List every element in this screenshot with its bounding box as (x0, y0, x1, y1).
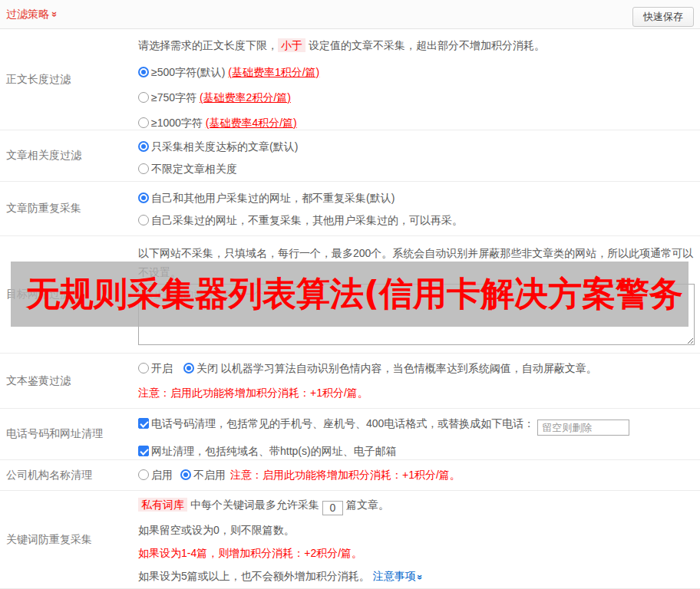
company-option-enable[interactable]: 启用 (138, 469, 173, 482)
less-than-highlight: 小于 (278, 38, 305, 52)
radio-icon[interactable] (138, 363, 149, 373)
keyword-note-zero: 如果留空或设为0，则不限篇数。 (138, 522, 695, 538)
porn-filter-cost-note: 注意：启用此功能将增加积分消耗：+1积分/篇。 (138, 386, 695, 400)
watermark-text: 无规则采集器列表算法(信用卡解决方案警务 (26, 271, 683, 317)
radio-icon[interactable] (138, 67, 149, 77)
fee-note: (基础费率1积分/篇) (228, 66, 319, 78)
radio-icon[interactable] (138, 215, 149, 225)
url-cleanup-option[interactable]: 网址清理，包括纯域名、带http(s)的网址、电子邮箱 (138, 443, 695, 459)
replacement-phone-input[interactable] (537, 420, 629, 436)
radio-icon[interactable] (180, 469, 191, 480)
row-label: 关键词防重复采集 (0, 491, 138, 588)
row-phone-url-cleanup: 电话号码和网址清理 电话号码清理，包括常见的手机号、座机号、400电话格式，或替… (0, 409, 700, 460)
checkbox-icon[interactable] (138, 418, 149, 429)
radio-icon[interactable] (138, 141, 149, 152)
length-option-750[interactable]: ≥750字符 (基础费率2积分/篇) (138, 90, 695, 105)
top-bar: 过滤策略 快速保存 (0, 0, 700, 29)
radio-icon[interactable] (138, 469, 149, 480)
row-porn-text-filter: 文本鉴黄过滤 开启 关闭 以机器学习算法自动识别色情内容，当色情概率达到系统阈值… (0, 354, 700, 409)
row-body: 只采集相关度达标的文章(默认) 不限定文章相关度 (138, 130, 700, 181)
company-cost-note: 注意：启用此功能将增加积分消耗：+1积分/篇。 (230, 469, 461, 482)
dedup-option-all-users[interactable]: 自己和其他用户采集过的网址，都不重复采集(默认) (138, 191, 695, 206)
page-title[interactable]: 过滤策略 (6, 8, 58, 21)
length-option-1000[interactable]: ≥1000字符 (基础费率4积分/篇) (138, 116, 695, 130)
page-title-text: 过滤策略 (6, 8, 49, 20)
keyword-note-five: 如果设为5篇或以上，也不会额外增加积分消耗。 注意事项 (138, 568, 695, 585)
relevance-option-unlimited[interactable]: 不限定文章相关度 (138, 162, 695, 176)
phone-cleanup-option[interactable]: 电话号码清理，包括常见的手机号、座机号、400电话格式，或替换成如下电话： (138, 415, 695, 436)
row-body: 请选择需求的正文长度下限，小于 设定值的文章不采集，超出部分不增加积分消耗。 ≥… (138, 29, 700, 130)
row-label: 正文长度过滤 (0, 29, 138, 130)
row-relevance-filter: 文章相关度过滤 只采集相关度达标的文章(默认) 不限定文章相关度 (0, 130, 700, 182)
porn-filter-desc: 以机器学习算法自动识别色情内容，当色情概率达到系统阈值，自动屏蔽文章。 (221, 362, 597, 374)
filter-strategy-page: 过滤策略 快速保存 正文长度过滤 请选择需求的正文长度下限，小于 设定值的文章不… (0, 0, 700, 589)
private-thesaurus-tag: 私有词库 (138, 498, 187, 512)
keyword-limit-line: 私有词库 中每个关键词最多允许采集篇文章。 (138, 497, 695, 515)
quick-save-button[interactable]: 快速保存 (632, 7, 694, 27)
row-company-name-cleanup: 公司机构名称清理 启用 不启用 注意：启用此功能将增加积分消耗：+1积分/篇。 (0, 460, 700, 491)
row-body: 开启 关闭 以机器学习算法自动识别色情内容，当色情概率达到系统阈值，自动屏蔽文章… (138, 354, 700, 408)
company-option-disable[interactable]: 不启用 (180, 469, 226, 482)
row-keyword-dedup: 关键词防重复采集 私有词库 中每个关键词最多允许采集篇文章。 如果留空或设为0，… (0, 491, 700, 589)
row-body: 启用 不启用 注意：启用此功能将增加积分消耗：+1积分/篇。 (138, 460, 700, 490)
row-label: 文本鉴黄过滤 (0, 354, 138, 408)
max-articles-input[interactable] (322, 501, 343, 515)
row-body: 自己和其他用户采集过的网址，都不重复采集(默认) 自己采集过的网址，不重复采集，… (138, 182, 700, 235)
chevron-down-icon (411, 574, 428, 580)
row-label: 文章相关度过滤 (0, 130, 138, 181)
radio-icon[interactable] (138, 92, 149, 103)
porn-option-on[interactable]: 开启 (138, 362, 173, 374)
row-dedup-collect: 文章防重复采集 自己和其他用户采集过的网址，都不重复采集(默认) 自己采集过的网… (0, 182, 700, 236)
radio-icon[interactable] (138, 117, 149, 128)
length-option-500[interactable]: ≥500字符(默认) (基础费率1积分/篇) (138, 65, 695, 80)
watermark-banner: 无规则采集器列表算法(信用卡解决方案警务 (11, 262, 688, 327)
radio-icon[interactable] (138, 192, 149, 203)
row-content-length-filter: 正文长度过滤 请选择需求的正文长度下限，小于 设定值的文章不采集，超出部分不增加… (0, 29, 700, 130)
chevron-down-icon[interactable] (49, 12, 61, 17)
fee-note: (基础费率2积分/篇) (200, 91, 291, 104)
notes-link[interactable]: 注意事项 (373, 570, 422, 582)
keyword-note-cost: 如果设为1-4篇，则增加积分消耗：+2积分/篇。 (138, 545, 695, 561)
checkbox-icon[interactable] (138, 446, 149, 456)
dedup-option-self-only[interactable]: 自己采集过的网址，不重复采集，其他用户采集过的，可以再采。 (138, 213, 695, 228)
row-label: 公司机构名称清理 (0, 460, 138, 490)
row-body: 电话号码清理，包括常见的手机号、座机号、400电话格式，或替换成如下电话： 网址… (138, 409, 700, 459)
fee-note: (基础费率4积分/篇) (206, 117, 297, 129)
length-filter-intro: 请选择需求的正文长度下限，小于 设定值的文章不采集，超出部分不增加积分消耗。 (138, 38, 695, 53)
porn-option-off[interactable]: 关闭 (183, 362, 218, 374)
row-body: 私有词库 中每个关键词最多允许采集篇文章。 如果留空或设为0，则不限篇数。 如果… (138, 491, 700, 588)
porn-filter-options: 开启 关闭 以机器学习算法自动识别色情内容，当色情概率达到系统阈值，自动屏蔽文章… (138, 361, 695, 376)
row-label: 电话号码和网址清理 (0, 409, 138, 459)
radio-icon[interactable] (138, 163, 149, 174)
radio-icon[interactable] (183, 363, 194, 373)
row-label: 文章防重复采集 (0, 182, 138, 235)
relevance-option-default[interactable]: 只采集相关度达标的文章(默认) (138, 140, 695, 154)
